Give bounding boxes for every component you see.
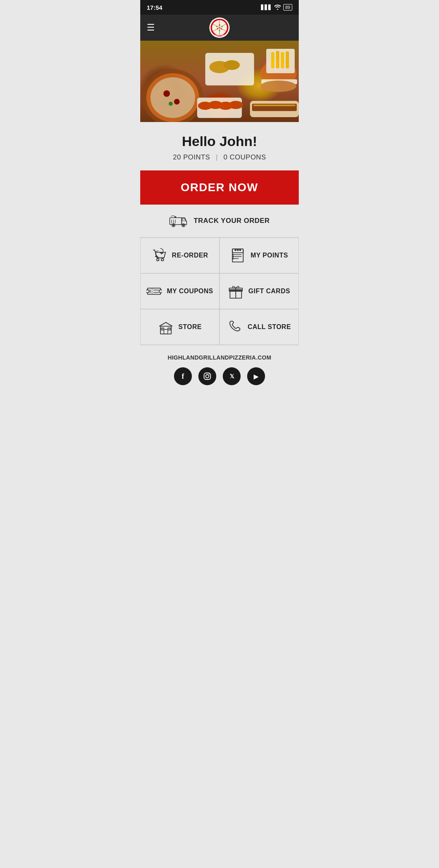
svg-point-17 bbox=[169, 102, 173, 106]
mycoupons-label: MY COUPONS bbox=[167, 288, 213, 295]
gift-icon bbox=[228, 284, 243, 299]
mycoupons-button[interactable]: MY COUPONS bbox=[140, 273, 220, 309]
signal-icon: ▋▋▋ bbox=[261, 4, 272, 10]
twitter-icon[interactable]: 𝕏 bbox=[223, 367, 241, 385]
svg-point-59 bbox=[233, 256, 234, 257]
order-now-button[interactable]: ORDER NOW bbox=[140, 170, 299, 205]
giftcards-label: GIFT CARDS bbox=[248, 288, 290, 295]
svg-rect-34 bbox=[276, 51, 279, 68]
svg-point-60 bbox=[233, 258, 234, 259]
store-button[interactable]: STORE bbox=[140, 309, 220, 345]
store-label: STORE bbox=[178, 323, 202, 331]
reorder-label: RE-ORDER bbox=[172, 252, 208, 259]
svg-point-46 bbox=[156, 259, 159, 261]
svg-rect-25 bbox=[253, 105, 296, 106]
youtube-icon[interactable]: ▶ bbox=[247, 367, 265, 385]
logo-container: HIGHLAND bbox=[209, 17, 230, 38]
svg-point-62 bbox=[146, 290, 149, 293]
svg-point-28 bbox=[261, 81, 296, 92]
mypoints-label: MY POINTS bbox=[250, 252, 288, 259]
battery-icon: 89 bbox=[283, 4, 292, 11]
list-icon bbox=[230, 248, 246, 263]
highland-logo: HIGHLAND bbox=[210, 18, 229, 37]
callstore-label: CALL STORE bbox=[248, 323, 291, 331]
divider: | bbox=[216, 153, 218, 161]
logo-circle: HIGHLAND bbox=[209, 17, 230, 38]
cart-icon bbox=[152, 248, 167, 263]
svg-point-41 bbox=[183, 225, 184, 226]
instagram-icon[interactable] bbox=[198, 367, 216, 385]
svg-point-22 bbox=[228, 101, 243, 109]
svg-marker-48 bbox=[160, 252, 163, 254]
svg-marker-49 bbox=[155, 255, 158, 257]
svg-text:HIGHLAND: HIGHLAND bbox=[215, 35, 225, 37]
svg-point-8 bbox=[219, 30, 220, 31]
store-icon bbox=[158, 319, 174, 335]
social-icons-row: f 𝕏 ▶ bbox=[147, 367, 292, 385]
svg-rect-33 bbox=[271, 52, 274, 68]
reorder-button[interactable]: RE-ORDER bbox=[140, 238, 220, 273]
track-order-label: TRACK YOUR ORDER bbox=[193, 217, 269, 225]
svg-point-16 bbox=[174, 99, 180, 105]
phone-icon bbox=[227, 319, 243, 335]
svg-rect-32 bbox=[266, 49, 295, 73]
mypoints-button[interactable]: MY POINTS bbox=[220, 238, 299, 273]
svg-point-6 bbox=[217, 28, 219, 30]
footer: HIGHLANDGRILLANDPIZZERIA.COM f 𝕏 ▶ bbox=[140, 345, 299, 392]
truck-icon bbox=[169, 214, 188, 228]
svg-point-47 bbox=[161, 259, 164, 261]
svg-point-53 bbox=[237, 249, 239, 251]
svg-point-15 bbox=[163, 90, 170, 97]
greeting-text: Hello John! bbox=[148, 133, 291, 149]
svg-point-84 bbox=[209, 374, 210, 375]
callstore-button[interactable]: CALL STORE bbox=[220, 309, 299, 345]
wifi-icon bbox=[274, 4, 281, 11]
grid-menu: RE-ORDER MY POINTS bbox=[140, 238, 299, 345]
svg-rect-75 bbox=[164, 329, 168, 334]
app-header: ☰ HIGHLAND bbox=[140, 15, 299, 41]
svg-point-63 bbox=[159, 290, 162, 293]
hero-image bbox=[140, 41, 299, 122]
instagram-svg bbox=[203, 372, 211, 380]
svg-point-83 bbox=[206, 375, 209, 378]
svg-point-31 bbox=[224, 60, 240, 70]
facebook-icon[interactable]: f bbox=[174, 367, 192, 385]
coupons-value: 0 COUPONS bbox=[224, 153, 266, 161]
svg-point-58 bbox=[233, 254, 234, 255]
status-bar: 17:54 ▋▋▋ 89 bbox=[140, 0, 299, 15]
svg-marker-45 bbox=[175, 216, 176, 218]
svg-rect-36 bbox=[286, 51, 289, 68]
svg-rect-35 bbox=[281, 52, 284, 68]
svg-point-5 bbox=[219, 24, 220, 26]
status-time: 17:54 bbox=[147, 4, 162, 11]
svg-point-9 bbox=[216, 26, 217, 27]
points-value: 20 POINTS bbox=[173, 153, 210, 161]
giftcards-button[interactable]: GIFT CARDS bbox=[220, 273, 299, 309]
svg-point-14 bbox=[150, 77, 195, 118]
coupon-icon bbox=[146, 284, 162, 299]
points-row: 20 POINTS | 0 COUPONS bbox=[148, 153, 291, 161]
svg-point-52 bbox=[235, 249, 236, 251]
svg-point-54 bbox=[240, 249, 241, 251]
website-url: HIGHLANDGRILLANDPIZZERIA.COM bbox=[147, 354, 292, 361]
track-order-button[interactable]: TRACK YOUR ORDER bbox=[140, 205, 299, 238]
greeting-section: Hello John! 20 POINTS | 0 COUPONS bbox=[140, 122, 299, 170]
menu-icon[interactable]: ☰ bbox=[147, 22, 155, 33]
svg-point-7 bbox=[221, 28, 222, 30]
food-illustration bbox=[140, 41, 299, 122]
status-icons: ▋▋▋ 89 bbox=[261, 4, 292, 11]
svg-point-39 bbox=[173, 225, 174, 226]
svg-point-10 bbox=[222, 26, 223, 27]
